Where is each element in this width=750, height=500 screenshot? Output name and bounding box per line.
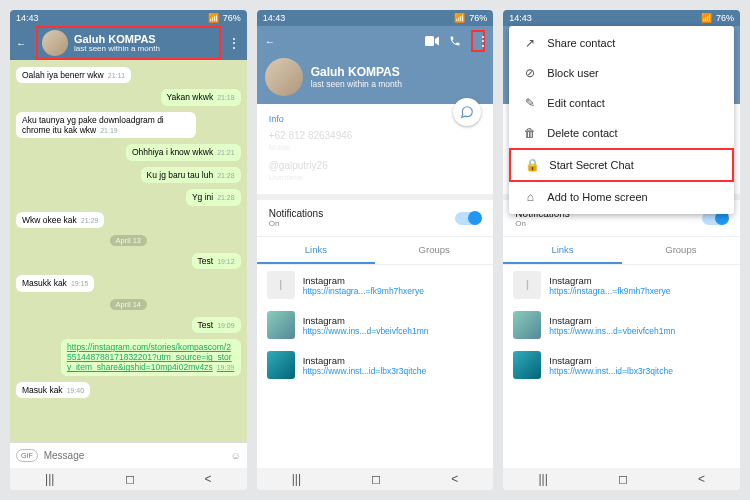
link-thumbnail: I: [513, 271, 541, 299]
profile-menu-screen: 14:43 📶76% ←⋮ Galuh KOMPAS last seen wit…: [503, 10, 740, 490]
context-menu: ↗ Share contact ⊘ Block user ✎ Edit cont…: [509, 26, 734, 214]
message-out[interactable]: Test19:12: [192, 253, 241, 269]
contact-name: Galuh KOMPAS: [311, 65, 402, 79]
chat-screen: 14:43 📶76% ← Galuh KOMPAS last seen with…: [10, 10, 247, 490]
message-out[interactable]: https://instagram.com/stories/kompascom/…: [61, 339, 241, 376]
home-plus-icon: ⌂: [523, 190, 537, 204]
message-in[interactable]: Aku taunya yg pake downloadgram di chrom…: [16, 112, 196, 139]
tab-links[interactable]: Links: [257, 237, 375, 264]
chat-header: ← Galuh KOMPAS last seen within a month …: [10, 26, 247, 60]
message-input-row: GIF ☺: [10, 442, 247, 468]
contact-name: Galuh KOMPAS: [74, 33, 215, 45]
menu-delete-contact[interactable]: 🗑 Delete contact: [509, 118, 734, 148]
last-seen: last seen within a month: [74, 45, 215, 54]
last-seen: last seen within a month: [311, 79, 402, 89]
message-out[interactable]: Yg ini21:28: [186, 189, 241, 205]
menu-block-user[interactable]: ⊘ Block user: [509, 58, 734, 88]
more-icon[interactable]: ⋮: [471, 30, 485, 52]
menu-share-contact[interactable]: ↗ Share contact: [509, 28, 734, 58]
info-label: Info: [269, 114, 482, 124]
chat-body[interactable]: Oalah iya benerr wkw21:11Yakan wkwk21:18…: [10, 60, 247, 442]
phone-number[interactable]: +62 812 82634946: [269, 130, 482, 141]
back-nav-icon[interactable]: <: [205, 472, 212, 486]
share-icon: ↗: [523, 36, 537, 50]
notifications-row[interactable]: Notifications On: [257, 194, 494, 237]
link-thumbnail: [267, 311, 295, 339]
profile-header: ← ⋮ Galuh KOMPAS last seen within a mont…: [257, 26, 494, 104]
video-call-icon[interactable]: [425, 36, 439, 46]
voice-call-icon[interactable]: [449, 35, 461, 47]
message-in[interactable]: Masukk kak19:15: [16, 275, 94, 291]
media-tabs: Links Groups: [257, 237, 494, 265]
message-in[interactable]: Wkw okee kak21:29: [16, 212, 104, 228]
message-out[interactable]: Test19:09: [192, 317, 241, 333]
link-item[interactable]: IInstagramhttps://instagra...=fk9mh7hxer…: [257, 265, 494, 305]
link-item[interactable]: Instagramhttps://www.inst...id=lbx3r3qit…: [503, 345, 740, 385]
lock-icon: 🔒: [525, 158, 539, 172]
more-icon[interactable]: ⋮: [227, 36, 241, 50]
avatar[interactable]: [265, 58, 303, 96]
home-icon[interactable]: ◻: [125, 472, 135, 486]
status-bar: 14:43 📶76%: [257, 10, 494, 26]
link-item[interactable]: IInstagramhttps://instagra...=fk9mh7hxer…: [503, 265, 740, 305]
tab-links[interactable]: Links: [503, 237, 621, 264]
username[interactable]: @galputriy26: [269, 160, 482, 171]
link-thumbnail: I: [267, 271, 295, 299]
link-thumbnail: [513, 311, 541, 339]
info-section: Info +62 812 82634946 Mobile @galputriy2…: [257, 104, 494, 194]
link-item[interactable]: Instagramhttps://www.ins...d=vbeivfceh1m…: [257, 305, 494, 345]
status-bar: 14:43 📶76%: [10, 10, 247, 26]
back-icon[interactable]: ←: [16, 38, 30, 49]
avatar[interactable]: [42, 30, 68, 56]
message-input[interactable]: [44, 450, 225, 461]
link-item[interactable]: Instagramhttps://www.inst...id=lbx3r3qit…: [257, 345, 494, 385]
message-in[interactable]: Masuk kak19:40: [16, 382, 90, 398]
trash-icon: 🗑: [523, 126, 537, 140]
tab-groups[interactable]: Groups: [375, 237, 493, 264]
pencil-icon: ✎: [523, 96, 537, 110]
status-icons: 📶76%: [208, 13, 241, 23]
link-item[interactable]: Instagramhttps://www.ins...d=vbeivfceh1m…: [503, 305, 740, 345]
recent-apps-icon[interactable]: |||: [45, 472, 54, 486]
android-navbar: ||| ◻ <: [10, 468, 247, 490]
notifications-toggle[interactable]: [455, 212, 481, 225]
back-icon[interactable]: ←: [265, 36, 275, 47]
clock: 14:43: [263, 13, 286, 23]
android-navbar: |||◻<: [257, 468, 494, 490]
link-thumbnail: [267, 351, 295, 379]
emoji-icon[interactable]: ☺: [230, 450, 240, 461]
message-out[interactable]: Ohhhiya i know wkwk21:21: [126, 144, 241, 160]
chat-title-area[interactable]: Galuh KOMPAS last seen within a month: [74, 33, 215, 54]
gif-button[interactable]: GIF: [16, 449, 38, 462]
menu-start-secret-chat[interactable]: 🔒 Start Secret Chat: [509, 148, 734, 182]
message-in[interactable]: Oalah iya benerr wkw21:11: [16, 67, 131, 83]
link-thumbnail: [513, 351, 541, 379]
status-bar: 14:43 📶76%: [503, 10, 740, 26]
profile-screen: 14:43 📶76% ← ⋮ Galuh KOMPAS last seen wi…: [257, 10, 494, 490]
block-icon: ⊘: [523, 66, 537, 80]
clock: 14:43: [16, 13, 39, 23]
message-out[interactable]: Ku jg baru tau luh21:28: [141, 167, 241, 183]
menu-edit-contact[interactable]: ✎ Edit contact: [509, 88, 734, 118]
tab-groups[interactable]: Groups: [622, 237, 740, 264]
menu-add-home-screen[interactable]: ⌂ Add to Home screen: [509, 182, 734, 212]
svg-rect-0: [425, 36, 434, 46]
message-out[interactable]: Yakan wkwk21:18: [161, 89, 241, 105]
